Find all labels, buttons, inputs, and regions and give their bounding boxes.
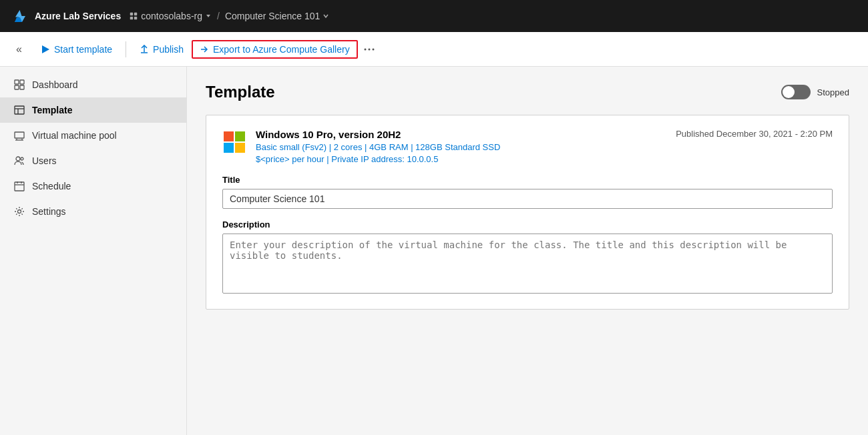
svg-rect-32 — [235, 143, 245, 153]
svg-point-22 — [16, 157, 20, 161]
title-field-label: Title — [222, 175, 833, 185]
sidebar: Dashboard Template Virtual machine pool … — [0, 67, 187, 435]
main-layout: Dashboard Template Virtual machine pool … — [0, 67, 868, 435]
svg-rect-31 — [224, 143, 234, 153]
resource-group-label: contosolabs-rg — [141, 11, 202, 21]
svg-rect-1 — [134, 13, 137, 15]
users-icon — [13, 155, 25, 167]
vm-info-row: Windows 10 Pro, version 20H2 Basic small… — [222, 129, 833, 164]
svg-rect-3 — [134, 17, 137, 19]
svg-point-10 — [372, 48, 374, 50]
collapse-button[interactable]: « — [11, 38, 33, 61]
vm-price: $<price> per hour | Private IP address: … — [256, 154, 500, 164]
title-input[interactable] — [222, 189, 833, 209]
page-title-row: Template Stopped — [206, 83, 849, 101]
sidebar-item-dashboard-label: Dashboard — [32, 79, 78, 90]
template-icon — [13, 104, 25, 116]
vm-text-info: Windows 10 Pro, version 20H2 Basic small… — [256, 129, 500, 164]
vm-details: Windows 10 Pro, version 20H2 Basic small… — [222, 129, 500, 164]
description-textarea[interactable] — [222, 234, 833, 294]
svg-rect-29 — [224, 131, 234, 141]
svg-rect-13 — [15, 85, 19, 89]
svg-rect-14 — [20, 85, 24, 89]
start-template-button[interactable]: Start template — [33, 40, 120, 59]
sidebar-item-settings-label: Settings — [32, 206, 66, 217]
vm-status-toggle[interactable] — [781, 85, 811, 99]
windows-logo-icon — [222, 130, 246, 154]
svg-point-8 — [364, 48, 366, 50]
svg-point-23 — [21, 157, 23, 160]
lab-name-label: Computer Science 101 — [225, 11, 320, 21]
page-title: Template — [206, 83, 275, 101]
sidebar-item-vm-pool-label: Virtual machine pool — [32, 130, 117, 141]
action-divider-1 — [126, 41, 126, 57]
sidebar-item-template-label: Template — [32, 105, 72, 115]
sidebar-item-users[interactable]: Users — [0, 148, 186, 173]
lab-name-crumb[interactable]: Computer Science 101 — [225, 11, 329, 21]
vm-card: Windows 10 Pro, version 20H2 Basic small… — [206, 115, 849, 310]
schedule-icon — [13, 180, 25, 192]
content-area: Template Stopped Windows 10 P — [187, 67, 868, 435]
svg-rect-0 — [130, 13, 133, 15]
action-bar: « Start template Publish Export to Azure… — [0, 32, 868, 67]
app-title: Azure Lab Services — [35, 11, 121, 21]
svg-marker-4 — [42, 45, 49, 53]
svg-rect-12 — [20, 80, 24, 84]
vm-published-date: Published December 30, 2021 - 2:20 PM — [676, 129, 833, 139]
sidebar-item-vm-pool[interactable]: Virtual machine pool — [0, 123, 186, 148]
breadcrumb-separator: / — [217, 11, 220, 21]
description-field-label: Description — [222, 220, 833, 230]
vm-status-toggle-row: Stopped — [781, 85, 849, 99]
vm-os-name: Windows 10 Pro, version 20H2 — [256, 129, 500, 140]
svg-rect-30 — [235, 131, 245, 141]
settings-icon — [13, 205, 25, 218]
more-options-button[interactable] — [358, 39, 381, 59]
publish-button[interactable]: Publish — [132, 40, 192, 59]
sidebar-item-schedule-label: Schedule — [32, 181, 71, 191]
sidebar-item-users-label: Users — [32, 155, 57, 166]
svg-rect-24 — [15, 182, 24, 191]
top-bar: Azure Lab Services contosolabs-rg / Comp… — [0, 0, 868, 32]
svg-rect-11 — [15, 80, 19, 84]
sidebar-item-dashboard[interactable]: Dashboard — [0, 72, 186, 97]
svg-point-28 — [18, 210, 21, 213]
resource-group-crumb[interactable]: contosolabs-rg — [129, 11, 212, 21]
azure-logo — [11, 8, 27, 24]
svg-rect-18 — [15, 132, 24, 138]
sidebar-item-settings[interactable]: Settings — [0, 199, 186, 224]
svg-rect-2 — [130, 17, 133, 19]
vm-status-label: Stopped — [817, 87, 849, 97]
vm-pool-icon — [13, 129, 25, 141]
breadcrumb: contosolabs-rg / Computer Science 101 — [129, 11, 329, 21]
sidebar-item-schedule[interactable]: Schedule — [0, 173, 186, 199]
dashboard-icon — [13, 79, 25, 91]
export-to-gallery-button[interactable]: Export to Azure Compute Gallery — [192, 40, 358, 59]
svg-point-9 — [368, 48, 370, 50]
sidebar-item-template[interactable]: Template — [0, 97, 186, 123]
vm-spec: Basic small (Fsv2) | 2 cores | 4GB RAM |… — [256, 142, 500, 152]
svg-rect-15 — [15, 106, 24, 114]
